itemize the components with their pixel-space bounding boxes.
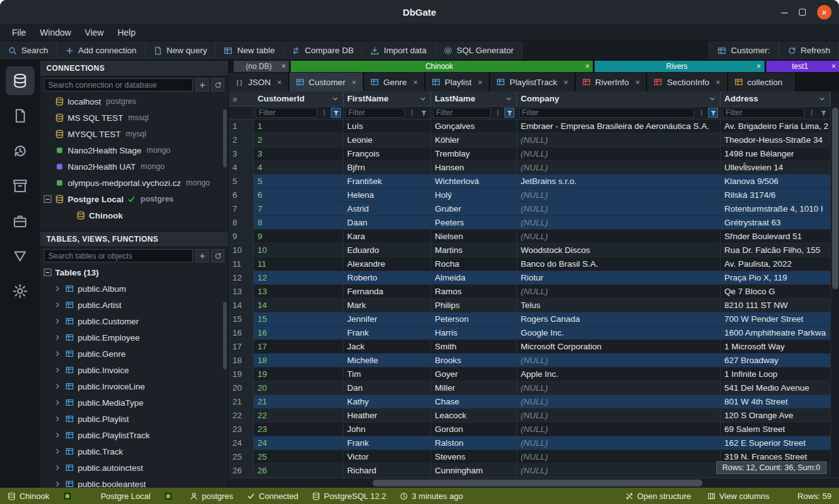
table-tree-item[interactable]: public.PlaylistTrack	[40, 427, 228, 443]
cell-company[interactable]: (NULL)	[517, 216, 721, 229]
table-tree-item[interactable]: public.autoinctest	[40, 460, 228, 476]
connection-item[interactable]: − Postgre Local postgres	[40, 191, 228, 207]
chevron-right-icon[interactable]	[54, 480, 61, 488]
cell-lastname[interactable]: Smith	[431, 340, 517, 353]
chevron-right-icon[interactable]	[54, 285, 61, 292]
cell-address[interactable]: 700 W Pender Street	[721, 312, 830, 326]
statusbar-item[interactable]: Chinook	[8, 491, 50, 501]
row-number[interactable]: 19	[229, 368, 254, 381]
column-header[interactable]: LastName	[431, 91, 517, 106]
sidebar-widget-button[interactable]	[6, 136, 34, 165]
file-tab[interactable]: Customer ×	[289, 73, 364, 91]
statusbar-item[interactable]: Postgre Local	[89, 491, 151, 501]
cell-customerid[interactable]: 3	[254, 147, 343, 160]
cell-address[interactable]: Rotenturmstraße 4, 1010 I	[721, 202, 830, 215]
cell-firstname[interactable]: Frank	[343, 436, 431, 450]
cell-address[interactable]: 1498 rue Bélanger	[721, 147, 830, 160]
table-row[interactable]: 19 19 Tim Goyer Apple Inc. 1 Infinite Lo…	[229, 368, 830, 381]
cell-lastname[interactable]: Goyer	[431, 368, 517, 381]
vertical-scrollbar-thumb[interactable]	[832, 108, 838, 289]
cell-address[interactable]: Qe 7 Bloco G	[721, 285, 830, 298]
tables-scrollbar[interactable]	[223, 302, 227, 369]
filter-funnel-icon[interactable]	[419, 108, 429, 118]
cell-lastname[interactable]: Peeters	[431, 216, 517, 229]
filter-input[interactable]	[345, 108, 405, 118]
cell-lastname[interactable]: Holý	[431, 188, 517, 202]
row-number[interactable]: 1	[229, 120, 254, 133]
cell-address[interactable]: 120 S Orange Ave	[721, 409, 830, 422]
cell-lastname[interactable]: Philips	[431, 299, 517, 312]
file-tab[interactable]: Genre ×	[364, 73, 425, 91]
filter-funnel-icon[interactable]	[708, 108, 718, 118]
menu-item[interactable]: Window	[33, 28, 78, 38]
cell-company[interactable]: Embraer - Empresa Brasileira de Aeronáut…	[517, 120, 721, 133]
database-group-tab[interactable]: test1 ×	[766, 61, 839, 72]
cell-customerid[interactable]: 26	[254, 464, 343, 477]
table-row[interactable]: 5 5 František Wichterlová JetBrains s.r.…	[229, 175, 830, 188]
cell-customerid[interactable]: 20	[254, 381, 343, 394]
toolbar-button[interactable]: Import data	[362, 41, 435, 59]
chevron-right-icon[interactable]	[54, 301, 61, 309]
column-dropdown-icon[interactable]	[818, 95, 826, 103]
row-number[interactable]: 23	[229, 423, 254, 436]
row-number[interactable]: 24	[229, 436, 254, 450]
table-row[interactable]: 16 16 Frank Harris Google Inc. 1600 Amph…	[229, 326, 830, 340]
cell-customerid[interactable]: 19	[254, 368, 343, 381]
cell-firstname[interactable]: Victor	[343, 450, 431, 463]
connection-item[interactable]: Chinook	[40, 207, 228, 224]
cell-lastname[interactable]: Tremblay	[431, 147, 517, 160]
statusbar-item[interactable]: View columns	[707, 491, 769, 501]
close-icon[interactable]: ×	[478, 78, 483, 87]
cell-address[interactable]: 801 W 4th Street	[721, 395, 830, 408]
column-dropdown-icon[interactable]	[709, 95, 716, 103]
row-number[interactable]: 22	[229, 409, 254, 422]
filter-menu-icon[interactable]	[407, 108, 417, 118]
statusbar-item[interactable]: Rows: 59	[786, 491, 831, 501]
table-tree-item[interactable]: public.Genre	[40, 346, 228, 362]
cell-address[interactable]: 627 Broadway	[721, 354, 830, 367]
table-row[interactable]: 20 20 Dan Miller (NULL) 541 Del Medio Av…	[229, 381, 830, 395]
cell-address[interactable]: 1600 Amphitheatre Parkwa	[721, 326, 830, 339]
filter-input[interactable]	[256, 108, 317, 118]
cell-address[interactable]: Rua Dr. Falcão Filho, 155	[721, 244, 830, 257]
sidebar-widget-button[interactable]	[6, 101, 34, 130]
column-dropdown-icon[interactable]	[419, 95, 427, 103]
cell-address[interactable]: 541 Del Medio Avenue	[721, 381, 830, 394]
table-tree-item[interactable]: public.Customer	[40, 313, 228, 329]
row-number[interactable]: 4	[229, 161, 254, 174]
cell-firstname[interactable]: François	[343, 147, 431, 160]
filter-funnel-icon[interactable]	[331, 108, 341, 118]
cell-lastname[interactable]: Stevens	[431, 450, 517, 463]
table-row[interactable]: 8 8 Daan Peeters (NULL) Grétrystraat 63	[229, 216, 830, 230]
chevron-right-icon[interactable]	[54, 350, 61, 357]
cell-lastname[interactable]: Wichterlová	[431, 175, 517, 188]
cell-firstname[interactable]: Frank	[343, 326, 431, 339]
expander-icon[interactable]: −	[44, 195, 51, 203]
close-icon[interactable]: ×	[277, 78, 282, 87]
toolbar-button[interactable]: Search	[0, 41, 57, 59]
file-tab[interactable]: RiverInfo ×	[576, 73, 648, 91]
row-number[interactable]: 20	[229, 381, 254, 394]
cell-firstname[interactable]: Dan	[343, 381, 431, 394]
cell-address[interactable]: Praça Pio X, 119	[721, 271, 830, 284]
minimize-button[interactable]: –	[781, 9, 788, 15]
chevron-right-icon[interactable]	[54, 334, 61, 341]
cell-customerid[interactable]: 16	[254, 326, 343, 339]
table-row[interactable]: 23 23 John Gordon (NULL) 69 Salem Street	[229, 423, 830, 436]
cell-company[interactable]: (NULL)	[517, 450, 721, 463]
cell-address[interactable]: 1 Microsoft Way	[721, 340, 830, 353]
menu-item[interactable]: View	[78, 28, 110, 38]
menu-item[interactable]: File	[5, 28, 33, 38]
connection-item[interactable]: MYSQL TEST mysql	[40, 126, 228, 142]
row-number[interactable]: 17	[229, 340, 254, 353]
table-tree-item[interactable]: public.Track	[40, 443, 228, 460]
table-row[interactable]: 10 10 Eduardo Martins Woodstock Discos R…	[229, 244, 830, 257]
table-row[interactable]: 17 17 Jack Smith Microsoft Corporation 1…	[229, 340, 830, 354]
database-group-tab[interactable]: (no DB) ×	[234, 61, 289, 72]
cell-lastname[interactable]: Leacock	[431, 409, 517, 422]
cell-lastname[interactable]: Peterson	[431, 312, 517, 326]
grid-corner-cell[interactable]: »	[229, 91, 254, 106]
cell-lastname[interactable]: Miller	[431, 381, 517, 394]
menu-item[interactable]: Help	[110, 28, 142, 38]
cell-firstname[interactable]: Kara	[343, 230, 431, 243]
